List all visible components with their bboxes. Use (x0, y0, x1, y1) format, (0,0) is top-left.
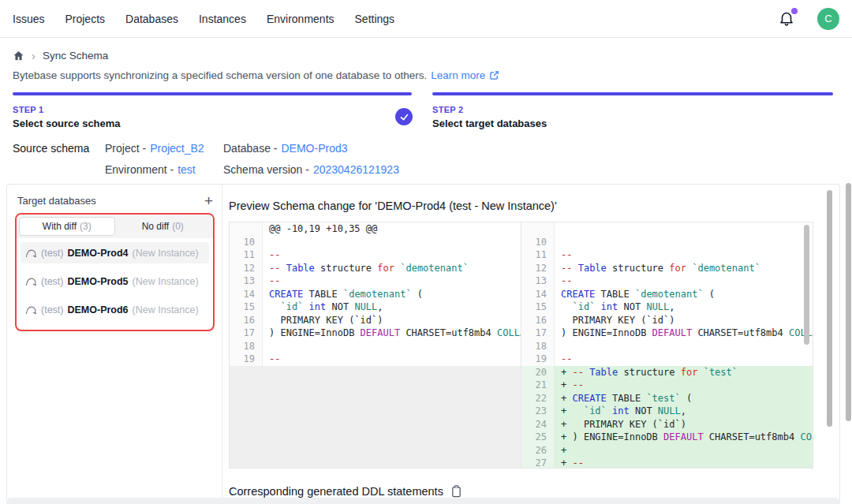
db-suffix-label: (New Instance) (133, 248, 199, 259)
line-content: -- Table structure for `demotenant` (263, 262, 521, 275)
line-content (555, 340, 813, 353)
tab-with-diff[interactable]: With diff (3) (19, 217, 115, 236)
diff-left-pane: @@ -10,19 +10,35 @@1011--12-- Table stru… (230, 222, 521, 468)
line-number: 23 (521, 405, 555, 418)
target-db-item-demo-prod4[interactable]: (test) DEMO-Prod4 (New Instance) (21, 242, 209, 263)
preview-area-scrollbar-thumb[interactable] (827, 190, 832, 427)
diff-line: 16 PRIMARY KEY (`id`) (230, 314, 521, 327)
line-content: + PRIMARY KEY (`id`) (555, 418, 813, 431)
line-number (521, 222, 555, 236)
target-db-item-demo-prod5[interactable]: (test) DEMO-Prod5 (New Instance) (21, 271, 209, 292)
copy-icon[interactable] (450, 485, 462, 498)
mysql-icon (25, 275, 37, 287)
breadcrumb-current: Sync Schema (43, 50, 108, 62)
diff-line: 15 `id` int NOT NULL, (521, 301, 813, 314)
line-content: CREATE TABLE `demotenant` ( (555, 288, 813, 301)
project-label: Project - (105, 142, 146, 155)
main-content-card: Target databases + With diff (3) No diff… (6, 184, 840, 504)
breadcrumb-separator-icon: › (32, 50, 36, 62)
version-value-link[interactable]: 20230426121923 (313, 163, 399, 176)
learn-more-link[interactable]: Learn more (431, 69, 485, 81)
version-label: Schema version - (223, 163, 309, 176)
diff-line: 25+ ) ENGINE=InnoDB DEFAULT CHARSET=utf8… (521, 431, 813, 444)
page-scrollbar-thumb[interactable] (846, 183, 851, 421)
diff-line: 10 (521, 236, 813, 249)
diff-line: 20+ -- Table structure for `test` (521, 366, 813, 379)
line-number: 10 (521, 236, 555, 249)
nav-item-issues[interactable]: Issues (13, 13, 44, 25)
step1-label: STEP 1 (13, 105, 121, 114)
line-number: 13 (230, 274, 263, 288)
line-number: 11 (521, 248, 555, 262)
line-content (555, 222, 813, 236)
line-number: 12 (521, 262, 555, 275)
diff-line: 27+ -- (521, 457, 813, 468)
database-value-link[interactable]: DEMO-Prod3 (281, 142, 347, 155)
diff-line: 18 (521, 340, 813, 353)
line-content: -- (263, 274, 521, 288)
source-database-field: Database - DEMO-Prod3 (223, 142, 348, 155)
line-content: -- (263, 353, 521, 366)
db-env-label: (test) (41, 248, 63, 259)
line-number: 17 (521, 327, 555, 340)
nav-item-settings[interactable]: Settings (355, 13, 395, 25)
step1-title: Select source schema (13, 118, 121, 129)
home-icon[interactable] (13, 50, 24, 62)
diff-right-pane: 1011--12-- Table structure for `demotena… (521, 222, 813, 468)
line-number: 15 (230, 301, 263, 314)
diff-line: 11-- (230, 248, 521, 262)
target-db-item-demo-prod6[interactable]: (test) DEMO-Prod6 (New Instance) (21, 299, 209, 320)
line-content: -- (263, 248, 521, 262)
preview-title: Preview Schema change for 'DEMO-Prod4 (t… (229, 200, 557, 212)
nav-item-databases[interactable]: Databases (125, 13, 178, 25)
db-name-label: DEMO-Prod5 (67, 276, 128, 287)
notification-bell-icon[interactable] (778, 9, 797, 28)
line-number: 10 (230, 236, 263, 249)
tab-with-diff-label: With diff (43, 221, 77, 232)
diff-line: 23+ `id` int NOT NULL, (521, 405, 813, 418)
line-number: 19 (521, 353, 555, 366)
step2: STEP 2 Select target databases (432, 105, 547, 129)
line-number: 13 (521, 274, 555, 288)
tab-with-diff-count: (3) (80, 221, 92, 232)
diff-line: 17) ENGINE=InnoDB DEFAULT CHARSET=utf8mb… (230, 327, 521, 340)
external-link-icon[interactable] (489, 70, 499, 80)
source-project-field: Project - Project_B2 (105, 142, 204, 155)
line-number: 24 (521, 418, 555, 431)
diff-pane-scrollbar-thumb[interactable] (804, 225, 809, 345)
line-number: 20 (521, 366, 555, 379)
diff-hunk-header: @@ -10,19 +10,35 @@ (230, 222, 521, 236)
line-content: `id` int NOT NULL, (555, 301, 813, 314)
target-list-highlight-box: With diff (3) No diff (0) (test) DEMO (15, 213, 215, 331)
project-value-link[interactable]: Project_B2 (150, 142, 204, 155)
line-content: + -- (555, 379, 813, 392)
nav-item-instances[interactable]: Instances (199, 13, 246, 25)
environment-value-link[interactable]: test (178, 163, 196, 176)
diff-line: 12-- Table structure for `demotenant` (521, 262, 813, 275)
diff-line: 12-- Table structure for `demotenant` (230, 262, 521, 275)
add-target-database-button[interactable]: + (204, 193, 213, 208)
source-environment-field: Environment - test (105, 163, 196, 176)
tab-no-diff[interactable]: No diff (0) (115, 217, 211, 236)
diff-line: 22+ CREATE TABLE `test` ( (521, 392, 813, 405)
nav-item-projects[interactable]: Projects (65, 13, 105, 25)
diff-line: 19-- (230, 353, 521, 366)
nav-item-environments[interactable]: Environments (267, 13, 334, 25)
line-number: 21 (521, 379, 555, 392)
diff-filter-tabs: With diff (3) No diff (0) (17, 215, 213, 238)
step1: STEP 1 Select source schema (13, 105, 121, 129)
user-avatar[interactable]: C (817, 8, 839, 30)
diff-empty-filler (230, 366, 521, 469)
ddl-statements-header: Corresponding generated DDL statements (229, 485, 462, 498)
step2-title: Select target databases (432, 118, 547, 129)
line-number: 12 (230, 262, 263, 275)
intro-text: Bytebase supports synchronizing a specif… (13, 69, 499, 81)
diff-line: 14CREATE TABLE `demotenant` ( (230, 288, 521, 301)
next-section-edge (6, 498, 840, 504)
diff-line: 24+ PRIMARY KEY (`id`) (521, 418, 813, 431)
line-content: + ) ENGINE=InnoDB DEFAULT CHARSET=utf8mb… (555, 431, 813, 444)
line-content (263, 340, 521, 353)
target-panel-header: Target databases + (17, 193, 213, 208)
schema-diff-viewer: @@ -10,19 +10,35 @@1011--12-- Table stru… (229, 222, 813, 469)
target-panel-title: Target databases (17, 195, 96, 207)
